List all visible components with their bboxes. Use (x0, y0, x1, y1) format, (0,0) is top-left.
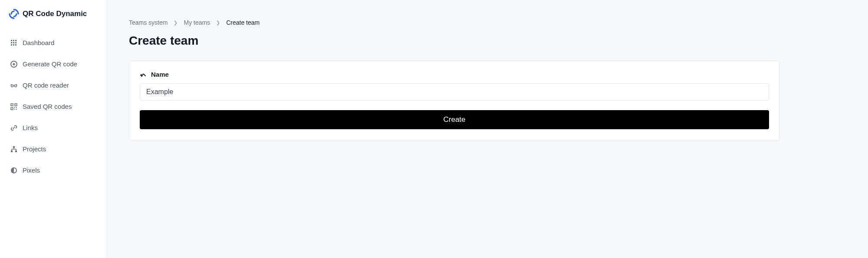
plus-circle-icon (10, 61, 17, 68)
svg-rect-7 (13, 44, 14, 46)
contrast-icon (10, 167, 17, 174)
qr-icon (10, 103, 17, 110)
signature-icon (140, 71, 147, 78)
svg-rect-8 (15, 44, 16, 46)
sidebar-item-label: Saved QR codes (23, 103, 72, 110)
svg-rect-16 (12, 108, 12, 109)
sidebar-item-label: Pixels (23, 167, 40, 174)
sidebar-item-label: Links (23, 124, 38, 131)
breadcrumb-my-teams[interactable]: My teams (184, 19, 210, 26)
svg-rect-14 (16, 105, 16, 105)
svg-rect-23 (15, 150, 17, 152)
sidebar-item-label: Projects (23, 145, 46, 153)
svg-rect-6 (11, 44, 12, 46)
brand-logo[interactable]: QR Code Dynamic (0, 9, 107, 28)
name-input[interactable] (140, 83, 769, 101)
network-icon (10, 146, 17, 153)
sidebar-item-label: Generate QR code (23, 60, 77, 68)
sidebar-item-links[interactable]: Links (0, 117, 107, 138)
name-label: Name (151, 71, 169, 78)
grid-icon (10, 39, 17, 46)
main-content: Teams system ❯ My teams ❯ Create team Cr… (107, 0, 802, 258)
svg-rect-18 (16, 107, 17, 108)
glasses-icon (10, 82, 17, 89)
breadcrumb-current: Create team (226, 19, 260, 26)
sidebar-item-generate-qr[interactable]: Generate QR code (0, 53, 107, 75)
svg-rect-21 (13, 146, 15, 148)
create-button[interactable]: Create (140, 110, 769, 129)
svg-rect-22 (11, 150, 13, 152)
link-icon (10, 124, 17, 131)
svg-rect-19 (14, 109, 15, 110)
svg-rect-3 (11, 42, 12, 43)
brand-name: QR Code Dynamic (23, 10, 87, 18)
svg-rect-17 (14, 107, 15, 108)
sidebar-item-label: Dashboard (23, 39, 54, 46)
svg-rect-4 (13, 42, 14, 43)
chevron-right-icon: ❯ (174, 20, 178, 26)
chevron-right-icon: ❯ (216, 20, 220, 26)
brand-logo-icon (9, 9, 19, 19)
sidebar-item-label: QR code reader (23, 82, 69, 89)
sidebar-item-qr-reader[interactable]: QR code reader (0, 75, 107, 96)
svg-rect-1 (13, 40, 14, 41)
sidebar-item-pixels[interactable]: Pixels (0, 160, 107, 181)
sidebar-item-dashboard[interactable]: Dashboard (0, 32, 107, 53)
svg-rect-5 (15, 42, 16, 43)
sidebar: QR Code Dynamic Dashboard Generate QR co… (0, 0, 107, 258)
nav-list: Dashboard Generate QR code QR code reade… (0, 28, 107, 181)
page-title: Create team (129, 34, 780, 48)
sidebar-item-projects[interactable]: Projects (0, 138, 107, 160)
svg-rect-20 (16, 109, 17, 110)
svg-rect-2 (15, 40, 16, 41)
svg-rect-12 (12, 105, 12, 105)
name-field-label-row: Name (140, 71, 769, 78)
breadcrumb: Teams system ❯ My teams ❯ Create team (129, 19, 780, 26)
create-team-card: Name Create (129, 61, 780, 141)
breadcrumb-teams-system[interactable]: Teams system (129, 19, 168, 26)
svg-rect-0 (11, 40, 12, 41)
sidebar-item-saved-qr[interactable]: Saved QR codes (0, 96, 107, 117)
